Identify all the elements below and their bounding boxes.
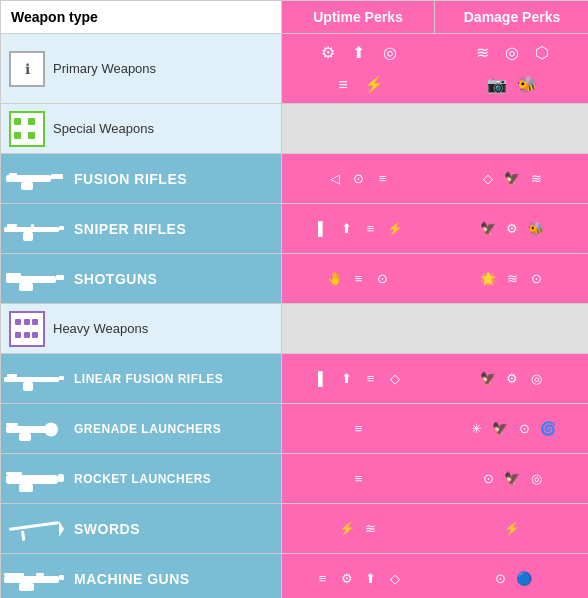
- rocket-launchers-cell: ROCKET LAUNCHERS: [1, 454, 282, 503]
- svg-marker-26: [59, 521, 64, 537]
- perk-icon: 🔵: [513, 568, 535, 590]
- perk-icon: ⚡: [336, 518, 358, 540]
- perk-icon: ⚡: [384, 218, 406, 240]
- fusion-rifles-cell: FUSION RIFLES: [1, 154, 282, 203]
- sniper-rifles-cell: SNIPER RIFLES: [1, 204, 282, 253]
- svg-rect-3: [9, 173, 17, 176]
- perk-icon: ◎: [525, 368, 547, 390]
- perk-icon: ≡: [360, 218, 382, 240]
- swords-cell: SWORDS: [1, 504, 282, 553]
- special-weapons-row: Special Weapons: [1, 104, 587, 154]
- svg-rect-29: [59, 575, 64, 580]
- primary-weapons-label: Primary Weapons: [53, 61, 156, 76]
- sword-icon: [1, 511, 66, 547]
- grenade-launcher-icon: [1, 411, 66, 447]
- svg-point-18: [44, 422, 58, 436]
- perk-icon: ⊙: [348, 168, 370, 190]
- machine-guns-label: MACHINE GUNS: [74, 571, 190, 587]
- perk-icon: ≡: [372, 168, 394, 190]
- machine-uptime-cell: ≡ ⚙ ⬆ ◇: [282, 554, 435, 598]
- linear-fusion-label: LINEAR FUSION RIFLES: [74, 372, 223, 386]
- perk-icon: ⚙: [501, 368, 523, 390]
- special-weapons-label: Special Weapons: [53, 121, 154, 136]
- grenade-launchers-row: GRENADE LAUNCHERS ≡ ✳ 🦅 ⊙ 🌀: [1, 404, 587, 454]
- perk-icon: ≋: [360, 518, 382, 540]
- svg-rect-6: [23, 232, 33, 241]
- swords-uptime-cell: ⚡ ≋: [282, 504, 435, 553]
- perk-icon: ≋: [525, 168, 547, 190]
- perk-icon: ◎: [376, 39, 404, 67]
- primary-icon-box: ℹ: [9, 51, 45, 87]
- shotguns-cell: SHOTGUNS: [1, 254, 282, 303]
- special-uptime-cell: [282, 104, 435, 153]
- svg-rect-25: [9, 521, 59, 531]
- machine-guns-row: MACHINE GUNS ≡ ⚙ ⬆ ◇ ⊙ 🔵: [1, 554, 587, 598]
- primary-weapons-row: ℹ Primary Weapons ⚙ ⬆ ◎ ≡ ⚡ ≋ ◎ ⬡ 📷 🐝: [1, 34, 587, 104]
- grenade-launchers-cell: GRENADE LAUNCHERS: [1, 404, 282, 453]
- svg-rect-20: [6, 423, 18, 426]
- heavy-weapons-cell: Heavy Weapons: [1, 304, 282, 353]
- perk-icon: ⊙: [513, 418, 535, 440]
- sniper-uptime-cell: ▌ ⬆ ≡ ⚡: [282, 204, 435, 253]
- linear-fusion-icon: [1, 361, 66, 397]
- perk-icon: ⊙: [525, 268, 547, 290]
- sniper-rifles-row: SNIPER RIFLES ▌ ⬆ ≡ ⚡ 🦅 ⚙ 🐝: [1, 204, 587, 254]
- perk-icon: 🐝: [525, 218, 547, 240]
- perk-icon: ◎: [525, 468, 547, 490]
- primary-damage-cell: ≋ ◎ ⬡ 📷 🐝: [435, 34, 588, 103]
- svg-rect-1: [51, 174, 63, 179]
- perk-icon: 🦅: [501, 468, 523, 490]
- perk-icon: ≡: [360, 368, 382, 390]
- perk-icon: ◇: [384, 368, 406, 390]
- perk-icon: ≋: [468, 39, 496, 67]
- svg-rect-13: [4, 377, 59, 382]
- rocket-damage-cell: ⊙ 🦅 ◎: [435, 454, 588, 503]
- svg-rect-15: [23, 382, 33, 391]
- primary-weapons-cell: ℹ Primary Weapons: [1, 34, 282, 103]
- svg-rect-5: [59, 226, 64, 230]
- damage-perks-header: Damage Perks: [435, 1, 588, 33]
- heavy-damage-cell: [435, 304, 588, 353]
- perk-icon: 📷: [483, 71, 511, 99]
- rocket-launchers-row: ROCKET LAUNCHERS ≡ ⊙ 🦅 ◎: [1, 454, 587, 504]
- perk-icon: ⊙: [372, 268, 394, 290]
- sniper-damage-cell: 🦅 ⚙ 🐝: [435, 204, 588, 253]
- perk-icon: ⬆: [345, 39, 373, 67]
- svg-rect-10: [56, 275, 64, 280]
- perk-icon: ⊙: [489, 568, 511, 590]
- weapon-type-header: Weapon type: [1, 1, 282, 33]
- perk-icon: ≋: [501, 268, 523, 290]
- linear-uptime-cell: ▌ ⬆ ≡ ◇: [282, 354, 435, 403]
- heavy-weapons-label: Heavy Weapons: [53, 321, 148, 336]
- grenade-damage-cell: ✳ 🦅 ⊙ 🌀: [435, 404, 588, 453]
- grenade-uptime-cell: ≡: [282, 404, 435, 453]
- shotgun-icon: [1, 261, 66, 297]
- svg-rect-28: [4, 576, 59, 583]
- perk-icon: ≡: [348, 468, 370, 490]
- svg-rect-31: [4, 573, 24, 576]
- primary-uptime-cell: ⚙ ⬆ ◎ ≡ ⚡: [282, 34, 435, 103]
- perk-icon: 🤚: [324, 268, 346, 290]
- swords-row: SWORDS ⚡ ≋ ⚡: [1, 504, 587, 554]
- fusion-rifles-label: FUSION RIFLES: [74, 171, 187, 187]
- shotgun-uptime-cell: 🤚 ≡ ⊙: [282, 254, 435, 303]
- grenade-launchers-label: GRENADE LAUNCHERS: [74, 422, 221, 436]
- perk-icon: ◇: [384, 568, 406, 590]
- weapon-table: Weapon type Uptime Perks Damage Perks ℹ …: [0, 0, 588, 598]
- rocket-launchers-label: ROCKET LAUNCHERS: [74, 472, 211, 486]
- machine-guns-cell: MACHINE GUNS: [1, 554, 282, 598]
- svg-rect-8: [31, 224, 34, 229]
- perk-icon: ⚙: [336, 568, 358, 590]
- machine-damage-cell: ⊙ 🔵: [435, 554, 588, 598]
- svg-rect-23: [19, 484, 33, 492]
- perk-icon: 🦅: [477, 368, 499, 390]
- gun-icon: [1, 161, 66, 197]
- heavy-weapons-row: Heavy Weapons: [1, 304, 587, 354]
- svg-rect-2: [21, 182, 33, 190]
- svg-rect-32: [36, 573, 44, 576]
- svg-rect-19: [19, 433, 31, 441]
- fusion-uptime-cell: ◁ ⊙ ≡: [282, 154, 435, 203]
- fusion-damage-cell: ◇ 🦅 ≋: [435, 154, 588, 203]
- swords-label: SWORDS: [74, 521, 140, 537]
- svg-rect-22: [58, 474, 64, 482]
